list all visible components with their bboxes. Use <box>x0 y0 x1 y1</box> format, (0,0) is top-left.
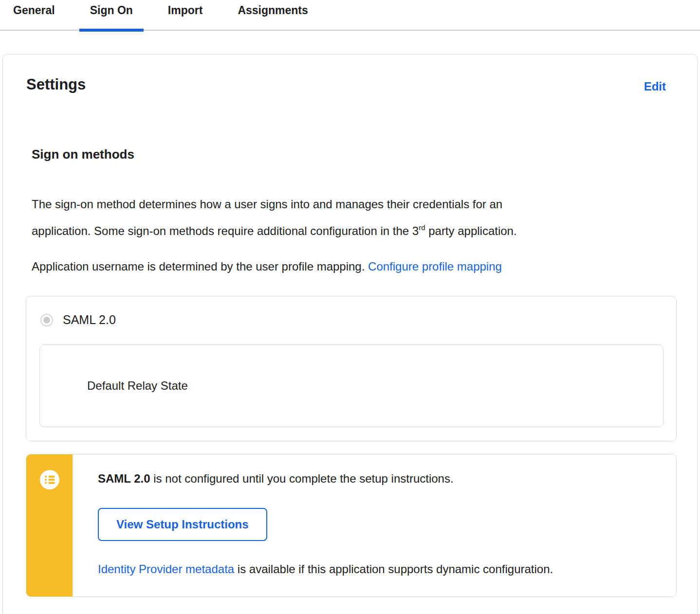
username-mapping-line: Application username is determined by th… <box>32 254 635 278</box>
description-line-1: The sign-on method determines how a user… <box>32 192 635 216</box>
tab-import[interactable]: Import <box>157 0 214 31</box>
callout-message: SAML 2.0 is not configured until you com… <box>98 471 657 487</box>
metadata-line-rest: is available if this application support… <box>234 562 553 576</box>
callout-accent-stripe <box>26 454 73 596</box>
saml-setup-callout: SAML 2.0 is not configured until you com… <box>26 454 677 597</box>
callout-content: SAML 2.0 is not configured until you com… <box>73 454 676 596</box>
app-tab-bar: General Sign On Import Assignments <box>0 0 700 31</box>
saml-method-card: SAML 2.0 Default Relay State <box>26 296 677 441</box>
view-setup-instructions-button[interactable]: View Setup Instructions <box>98 508 267 541</box>
callout-message-bold: SAML 2.0 <box>98 472 150 485</box>
tab-general[interactable]: General <box>2 0 66 31</box>
saml-radio-label[interactable]: SAML 2.0 <box>63 313 116 327</box>
configure-profile-mapping-link[interactable]: Configure profile mapping <box>368 260 502 273</box>
description-line-2-end: party application. <box>425 224 517 237</box>
settings-card-header: Settings Edit <box>26 76 677 93</box>
username-mapping-text: Application username is determined by th… <box>32 260 368 273</box>
description-line-2: application. Some sign-on methods requir… <box>32 224 419 237</box>
sign-on-methods-heading: Sign on methods <box>32 147 677 162</box>
tab-sign-on[interactable]: Sign On <box>79 0 144 31</box>
callout-message-rest: is not configured until you complete the… <box>150 472 454 485</box>
settings-card: Settings Edit Sign on methods The sign-o… <box>2 54 698 614</box>
saml-radio-row: SAML 2.0 <box>40 313 663 327</box>
saml-radio-button[interactable] <box>40 314 53 326</box>
default-relay-state-box: Default Relay State <box>39 344 663 427</box>
edit-link[interactable]: Edit <box>644 80 666 93</box>
identity-provider-metadata-link[interactable]: Identity Provider metadata <box>98 562 234 576</box>
bullet-list-icon <box>40 470 59 491</box>
page-title: Settings <box>26 76 86 93</box>
sign-on-methods-description: The sign-on method determines how a user… <box>32 192 635 243</box>
metadata-line: Identity Provider metadata is available … <box>98 561 657 577</box>
ordinal-superscript: rd <box>419 223 425 232</box>
default-relay-state-label: Default Relay State <box>87 379 188 393</box>
tab-assignments[interactable]: Assignments <box>227 0 318 31</box>
